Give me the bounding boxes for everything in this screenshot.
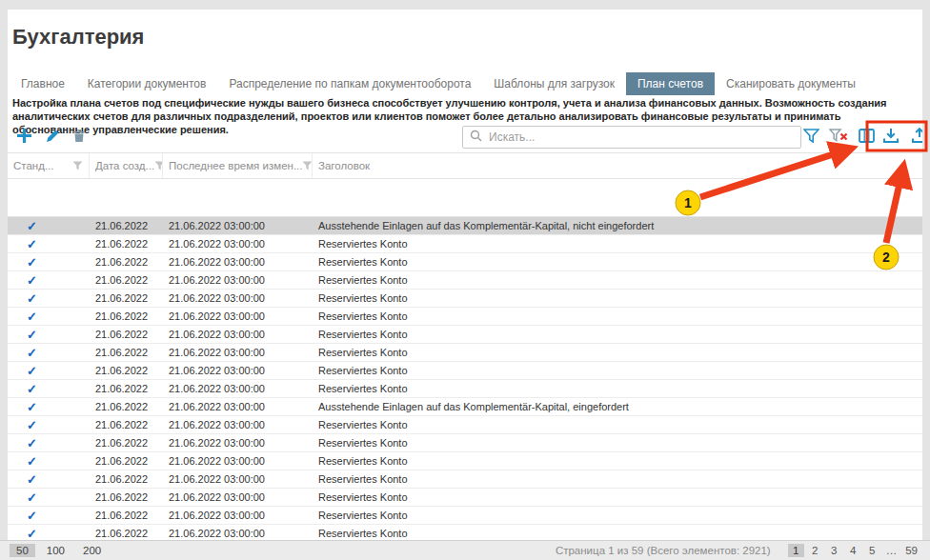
row-title: Reserviertes Konto: [313, 528, 922, 539]
row-title: Reserviertes Konto: [313, 473, 922, 485]
row-date: 21.06.2022: [90, 510, 163, 521]
table-row[interactable]: ✓ 21.06.2022 21.06.2022 03:00:00 Reservi…: [8, 452, 922, 470]
column-header-title[interactable]: Заголовок: [313, 153, 922, 178]
row-title: Reserviertes Konto: [313, 310, 922, 322]
row-checkbox-cell: ✓: [8, 491, 90, 504]
table-row[interactable]: ✓ 21.06.2022 21.06.2022 03:00:00 Reservi…: [8, 271, 922, 290]
checkbox-checked-icon[interactable]: ✓: [27, 329, 37, 341]
checkbox-checked-icon[interactable]: ✓: [27, 491, 37, 504]
page-size-200[interactable]: 200: [76, 544, 108, 557]
tab-main[interactable]: Главное: [10, 72, 76, 95]
filter-row[interactable]: [8, 179, 922, 217]
row-title: Reserviertes Konto: [313, 238, 922, 250]
row-checkbox-cell: ✓: [8, 455, 90, 468]
row-datetime: 21.06.2022 03:00:00: [163, 383, 313, 394]
table-row[interactable]: ✓ 21.06.2022 21.06.2022 03:00:00 Aussteh…: [8, 398, 922, 416]
column-label: Станд...: [13, 160, 54, 171]
column-header-date-created[interactable]: Дата созд...: [90, 153, 163, 178]
table-row[interactable]: ✓ 21.06.2022 21.06.2022 03:00:00 Aussteh…: [8, 217, 922, 235]
checkbox-checked-icon[interactable]: ✓: [27, 528, 37, 540]
table-row[interactable]: ✓ 21.06.2022 21.06.2022 03:00:00 Reservi…: [8, 290, 922, 308]
table-row[interactable]: ✓ 21.06.2022 21.06.2022 03:00:00 Reservi…: [8, 525, 922, 540]
checkbox-checked-icon[interactable]: ✓: [27, 365, 37, 377]
table-row[interactable]: ✓ 21.06.2022 21.06.2022 03:00:00 Reservi…: [8, 507, 922, 525]
page-button-3[interactable]: 3: [826, 544, 842, 557]
page-size-50[interactable]: 50: [10, 544, 35, 557]
import-upload-icon: [911, 128, 922, 148]
delete-button[interactable]: [68, 126, 91, 149]
tab-chart-of-accounts[interactable]: План счетов: [626, 72, 715, 95]
checkbox-checked-icon[interactable]: ✓: [27, 220, 37, 232]
delete-trash-icon: [72, 129, 86, 147]
page-size-100[interactable]: 100: [40, 544, 71, 557]
table-row[interactable]: ✓ 21.06.2022 21.06.2022 03:00:00 Reservi…: [8, 308, 922, 326]
row-title: Reserviertes Konto: [313, 256, 922, 268]
table-row[interactable]: ✓ 21.06.2022 21.06.2022 03:00:00 Reservi…: [8, 416, 922, 434]
row-date: 21.06.2022: [90, 473, 163, 485]
export-download-button[interactable]: [879, 126, 902, 149]
add-button[interactable]: [12, 126, 35, 149]
tab-upload-templates[interactable]: Шаблоны для загрузок: [482, 72, 626, 95]
checkbox-checked-icon[interactable]: ✓: [27, 310, 37, 323]
edit-button[interactable]: [41, 126, 64, 149]
table-row[interactable]: ✓ 21.06.2022 21.06.2022 03:00:00 Reservi…: [8, 253, 922, 271]
row-datetime: 21.06.2022 03:00:00: [163, 274, 313, 286]
search-input[interactable]: [489, 130, 794, 144]
checkbox-checked-icon[interactable]: ✓: [27, 510, 37, 522]
checkbox-checked-icon[interactable]: ✓: [27, 256, 37, 269]
import-upload-button[interactable]: [908, 126, 922, 149]
table-row[interactable]: ✓ 21.06.2022 21.06.2022 03:00:00 Reservi…: [8, 326, 922, 344]
table-row[interactable]: ✓ 21.06.2022 21.06.2022 03:00:00 Reservi…: [8, 344, 922, 362]
column-filter-icon[interactable]: [154, 161, 163, 170]
column-chooser-button[interactable]: [855, 126, 878, 149]
page-button-59[interactable]: 59: [902, 544, 920, 557]
column-header-standard[interactable]: Станд...: [8, 153, 90, 178]
checkbox-checked-icon[interactable]: ✓: [27, 401, 37, 413]
row-date: 21.06.2022: [90, 256, 163, 268]
row-datetime: 21.06.2022 03:00:00: [163, 491, 313, 503]
table-row[interactable]: ✓ 21.06.2022 21.06.2022 03:00:00 Reservi…: [8, 434, 922, 452]
table-row[interactable]: ✓ 21.06.2022 21.06.2022 03:00:00 Reservi…: [8, 470, 922, 489]
table-row[interactable]: ✓ 21.06.2022 21.06.2022 03:00:00 Reservi…: [8, 489, 922, 507]
row-checkbox-cell: ✓: [8, 528, 90, 540]
tab-document-categories[interactable]: Категории документов: [76, 72, 218, 95]
checkbox-checked-icon[interactable]: ✓: [27, 238, 37, 250]
checkbox-checked-icon[interactable]: ✓: [27, 383, 37, 395]
row-title: Reserviertes Konto: [313, 274, 922, 286]
table-row[interactable]: ✓ 21.06.2022 21.06.2022 03:00:00 Reservi…: [8, 380, 922, 398]
page-button-1[interactable]: 1: [788, 544, 804, 557]
row-checkbox-cell: ✓: [8, 437, 90, 450]
tab-scan-documents[interactable]: Сканировать документы: [715, 72, 867, 95]
clear-filter-icon: [829, 129, 848, 147]
export-download-icon: [882, 128, 900, 148]
row-title: Reserviertes Konto: [313, 292, 922, 304]
edit-pencil-icon: [46, 129, 60, 147]
checkbox-checked-icon[interactable]: ✓: [27, 292, 37, 305]
row-title: Reserviertes Konto: [313, 491, 922, 503]
row-title: Ausstehende Einlagen auf das Komplementä…: [313, 401, 922, 412]
checkbox-checked-icon[interactable]: ✓: [27, 419, 37, 431]
checkbox-checked-icon[interactable]: ✓: [27, 473, 37, 486]
clear-filter-button[interactable]: [827, 126, 850, 149]
column-header-last-modified[interactable]: Последнее время измен...: [163, 153, 313, 178]
column-filter-icon[interactable]: [302, 161, 313, 170]
checkbox-checked-icon[interactable]: ✓: [27, 455, 37, 468]
row-date: 21.06.2022: [90, 437, 163, 449]
page-button-5[interactable]: 5: [864, 544, 880, 557]
page-button-4[interactable]: 4: [845, 544, 861, 557]
page-button-2[interactable]: 2: [807, 544, 823, 557]
tab-folder-distribution[interactable]: Распределение по папкам документооборота: [217, 72, 482, 95]
row-checkbox-cell: ✓: [8, 419, 90, 431]
table-row[interactable]: ✓ 21.06.2022 21.06.2022 03:00:00 Reservi…: [8, 235, 922, 253]
checkbox-checked-icon[interactable]: ✓: [27, 437, 37, 450]
checkbox-checked-icon[interactable]: ✓: [27, 274, 37, 287]
row-checkbox-cell: ✓: [8, 220, 90, 232]
column-filter-icon[interactable]: [72, 161, 83, 170]
row-datetime: 21.06.2022 03:00:00: [163, 437, 313, 449]
row-date: 21.06.2022: [90, 238, 163, 250]
table-row[interactable]: ✓ 21.06.2022 21.06.2022 03:00:00 Reservi…: [8, 362, 922, 380]
checkbox-checked-icon[interactable]: ✓: [27, 347, 37, 359]
row-datetime: 21.06.2022 03:00:00: [163, 419, 313, 430]
row-date: 21.06.2022: [90, 329, 163, 340]
filter-button[interactable]: [799, 126, 822, 149]
